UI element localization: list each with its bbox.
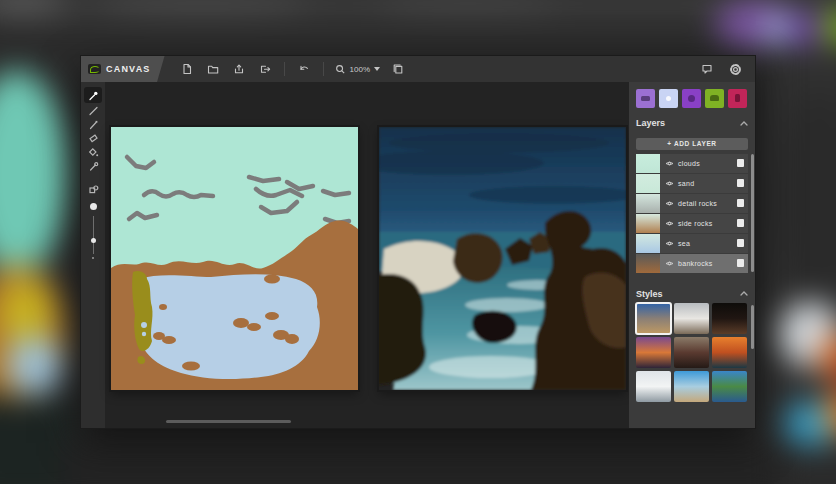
layer-row-sand[interactable]: sand (636, 174, 748, 193)
brush-size-indicator (90, 203, 97, 210)
toolbar-right (695, 58, 755, 80)
horizontal-scrollbar[interactable] (166, 420, 291, 423)
layer-thumbnail (636, 174, 660, 193)
layer-row-sea[interactable]: sea (636, 234, 748, 253)
material-glyph-icon (666, 96, 671, 101)
rendered-seascape (379, 127, 626, 390)
style-option-cloudy-mountain[interactable] (674, 303, 709, 334)
slider-track (93, 216, 94, 254)
app-tab-canvas[interactable]: CANVAS (81, 56, 165, 82)
material-swatch-2[interactable] (659, 89, 678, 108)
style-option-desert-blue-sky[interactable] (636, 303, 671, 334)
brush-size-slider[interactable] (90, 216, 97, 254)
eyedropper-icon (88, 161, 99, 172)
tool-pencil[interactable] (84, 118, 102, 131)
undo-button[interactable] (292, 58, 316, 80)
layer-thumbnail (636, 254, 660, 273)
chevron-down-icon (374, 67, 380, 71)
layers-collapse-button[interactable] (740, 121, 748, 126)
visibility-eye-icon[interactable] (665, 180, 674, 187)
chat-bubble-icon (701, 63, 713, 75)
layer-row-clouds[interactable]: clouds (636, 154, 748, 173)
style-option-dark-rock[interactable] (712, 303, 747, 334)
canvas-workspace (105, 82, 629, 428)
slider-handle[interactable] (91, 238, 96, 243)
layer-thumbnail (636, 194, 660, 213)
style-option-sunset-mountains[interactable] (636, 337, 671, 368)
material-swatch-4[interactable] (705, 89, 724, 108)
layer-row-side-rocks[interactable]: side rocks (636, 214, 748, 233)
toolbar-divider (323, 62, 324, 76)
delete-layer-icon[interactable] (737, 159, 744, 167)
open-folder-icon (207, 63, 219, 75)
styles-collapse-button[interactable] (740, 291, 748, 296)
styles-grid (636, 303, 748, 402)
canvas-app-window: CANVAS (80, 55, 756, 429)
layer-name: side rocks (678, 220, 737, 227)
delete-layer-icon[interactable] (737, 219, 744, 227)
import-button[interactable] (227, 58, 251, 80)
delete-layer-icon[interactable] (737, 239, 744, 247)
material-glyph-icon (710, 95, 719, 101)
panels-button[interactable] (386, 58, 410, 80)
pages-icon (392, 63, 404, 75)
layer-row-detail-rocks[interactable]: detail rocks (636, 194, 748, 213)
tool-eraser[interactable] (84, 132, 102, 145)
shapes-icon (88, 184, 99, 195)
delete-layer-icon[interactable] (737, 259, 744, 267)
tool-paint-brush[interactable] (84, 87, 102, 103)
styles-section-header: Styles (636, 289, 748, 299)
style-option-foggy-mountains[interactable] (636, 371, 671, 402)
layer-thumbnail (636, 154, 660, 173)
backdrop-blob (0, 70, 67, 277)
backdrop-blob (60, 441, 781, 484)
gear-icon (729, 63, 742, 76)
new-file-icon (181, 63, 193, 75)
settings-button[interactable] (723, 58, 747, 80)
top-toolbar: CANVAS (81, 56, 755, 82)
styles-scrollbar[interactable] (751, 305, 754, 349)
layer-thumbnail (636, 234, 660, 253)
visibility-eye-icon[interactable] (665, 240, 674, 247)
painting-canvas[interactable] (111, 127, 358, 390)
backdrop-blob (7, 335, 62, 394)
material-swatch-5[interactable] (728, 89, 747, 108)
new-file-button[interactable] (175, 58, 199, 80)
material-swatches (636, 89, 748, 108)
visibility-eye-icon[interactable] (665, 160, 674, 167)
style-option-dark-peak[interactable] (674, 337, 709, 368)
material-swatch-3[interactable] (682, 89, 701, 108)
tool-fill-bucket[interactable] (84, 146, 102, 159)
layer-name: detail rocks (678, 200, 737, 207)
fill-bucket-icon (88, 147, 99, 158)
toolbar-divider (284, 62, 285, 76)
tool-line[interactable] (84, 104, 102, 117)
layers-section-header: Layers (636, 118, 748, 128)
style-option-mountain-lake[interactable] (712, 371, 747, 402)
zoom-control[interactable]: 100% (331, 64, 384, 75)
tool-eyedropper[interactable] (84, 160, 102, 173)
file-actions: 100% (175, 58, 410, 80)
delete-layer-icon[interactable] (737, 179, 744, 187)
tool-shapes[interactable] (84, 183, 102, 196)
export-button[interactable] (253, 58, 277, 80)
layer-row-bankrocks[interactable]: bankrocks (636, 254, 748, 273)
layer-name: clouds (678, 160, 737, 167)
visibility-eye-icon[interactable] (665, 260, 674, 267)
nvidia-logo-icon (88, 64, 101, 74)
visibility-eye-icon[interactable] (665, 200, 674, 207)
visibility-eye-icon[interactable] (665, 220, 674, 227)
chevron-up-icon (740, 121, 748, 126)
style-option-ocean-sunset[interactable] (712, 337, 747, 368)
line-tool-icon (88, 105, 99, 116)
open-file-button[interactable] (201, 58, 225, 80)
render-canvas[interactable] (379, 127, 626, 390)
layer-name: sand (678, 180, 737, 187)
material-swatch-1[interactable] (636, 89, 655, 108)
magnifier-icon (335, 64, 346, 75)
delete-layer-icon[interactable] (737, 199, 744, 207)
style-option-beach[interactable] (674, 371, 709, 402)
layers-scrollbar[interactable] (751, 154, 754, 272)
feedback-button[interactable] (695, 58, 719, 80)
add-layer-button[interactable]: + ADD LAYER (636, 138, 748, 150)
